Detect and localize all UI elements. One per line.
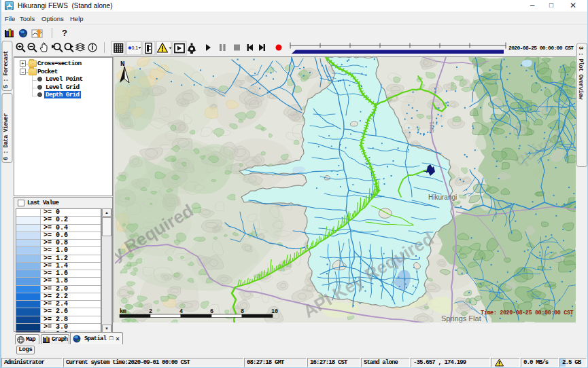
svg-text:SH1: SH1 [428,121,435,133]
svg-text:8: 8 [241,308,244,315]
svg-text:6 : Data Viewer: 6 : Data Viewer [3,113,10,160]
svg-text:5 : Forecast: 5 : Forecast [3,50,10,88]
svg-text:Hikurangi: Hikurangi [428,194,457,201]
svg-text:2: 2 [149,308,152,315]
svg-text:4: 4 [179,308,183,315]
svg-text:2020-08-25 00:00:00 CST: 2020-08-25 00:00:00 CST [508,45,574,51]
svg-text:10: 10 [271,308,278,315]
svg-text:6: 6 [210,308,213,315]
svg-text:0.1: 0.1 [132,45,139,50]
svg-text:km: km [120,308,126,315]
svg-text:3 : Plot Overview: 3 : Plot Overview [577,46,584,100]
svg-text:?: ? [62,28,67,38]
svg-text:Time: 2020-08-25 00:00:00 CST: Time: 2020-08-25 00:00:00 CST [481,310,574,316]
svg-text:Springs Flat: Springs Flat [441,314,481,323]
